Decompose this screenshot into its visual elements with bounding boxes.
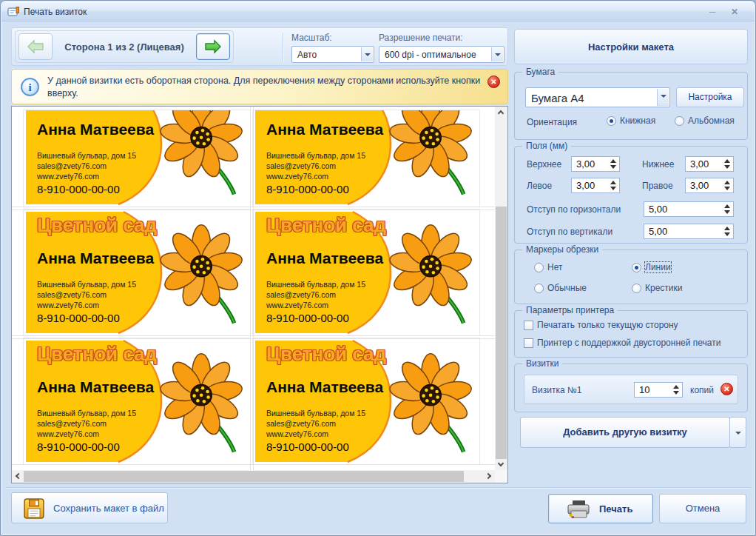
radio-crop-none[interactable]: Нет	[534, 262, 562, 272]
scroll-left-icon[interactable]	[12, 470, 23, 483]
spin-up-icon[interactable]	[610, 159, 616, 163]
spin-down-icon[interactable]	[724, 210, 730, 214]
card-contacts: Вишневый бульвар, дом 15 sales@zvety76.c…	[37, 150, 136, 181]
v-spacing-input[interactable]	[644, 224, 721, 238]
flower-icon	[160, 223, 246, 328]
margins-group: Поля (мм) Верхнее Нижнее Левое Правое От…	[514, 146, 748, 244]
settings-panel: Настройки макета Бумага Бумага A4 Настро…	[513, 27, 751, 483]
radio-icon	[607, 116, 616, 126]
cut-mark-line	[250, 107, 251, 470]
margin-left-input[interactable]	[572, 178, 607, 192]
card-person-name: Анна Матвеева	[37, 249, 154, 267]
cancel-button[interactable]: Отмена	[659, 494, 746, 523]
paper-setup-button[interactable]: Настройка	[676, 87, 744, 107]
vertical-scroll-thumb[interactable]	[496, 207, 507, 459]
checkbox-current-side-label: Печатать только текущую сторону	[537, 320, 678, 330]
spin-up-icon[interactable]	[724, 181, 730, 184]
radio-portrait-label: Книжная	[620, 115, 655, 126]
copies-spinner[interactable]	[634, 382, 683, 398]
spin-down-icon[interactable]	[610, 187, 616, 190]
radio-crop-regular[interactable]: Обычные	[534, 283, 587, 293]
printer-icon	[567, 500, 590, 519]
settings-header: Настройки макета	[514, 29, 748, 64]
card-website: www.zvety76.com	[37, 171, 136, 181]
horizontal-scrollbar[interactable]	[12, 470, 495, 483]
paper-select[interactable]: Бумага A4	[525, 87, 670, 107]
margin-bottom-label: Нижнее	[642, 159, 674, 170]
card-contacts: Вишневый бульвар, дом 15 sales@zvety76.c…	[266, 279, 365, 310]
save-layout-button[interactable]: Сохранить макет в файл	[11, 492, 168, 523]
card-person-name: Анна Матвеева	[266, 249, 383, 267]
close-button[interactable]: ✕	[726, 5, 743, 19]
copies-input[interactable]	[635, 383, 670, 397]
margin-top-input[interactable]	[572, 157, 607, 171]
card-cell: Цветной сад Анна Матвеева Вишневый бульв…	[24, 210, 250, 335]
chevron-down-icon[interactable]	[657, 89, 669, 106]
checkbox-current-side-only[interactable]: Печатать только текущую сторону	[524, 320, 678, 330]
spin-up-icon[interactable]	[610, 181, 616, 184]
h-spacing-spinner[interactable]	[644, 201, 734, 217]
radio-landscape-label: Альбомная	[688, 115, 735, 126]
spin-down-icon[interactable]	[610, 165, 616, 169]
radio-landscape[interactable]: Альбомная	[675, 115, 735, 126]
save-layout-label: Сохранить макет в файл	[53, 503, 164, 514]
h-spacing-input[interactable]	[644, 202, 721, 216]
checkbox-duplex[interactable]: Принтер с поддержкой двусторонней печати	[524, 338, 720, 348]
radio-crop-crosses[interactable]: Крестики	[632, 283, 683, 293]
vertical-scrollbar[interactable]	[495, 107, 507, 470]
margin-top-label: Верхнее	[527, 159, 561, 170]
resolution-select[interactable]: 600 dpi - оптимальное	[379, 46, 504, 63]
spin-up-icon[interactable]	[724, 159, 730, 163]
delete-card-icon[interactable]: ✕	[720, 383, 733, 395]
resolution-value: 600 dpi - оптимальное	[385, 50, 476, 60]
spin-down-icon[interactable]	[724, 187, 730, 190]
card-cell: Цветной сад Анна Матвеева Вишневый бульв…	[253, 110, 479, 207]
scroll-up-icon[interactable]	[495, 107, 507, 118]
h-spacing-label: Отступ по горизонтали	[527, 204, 621, 215]
scale-label: Масштаб:	[291, 33, 332, 43]
radio-crop-lines[interactable]: Линии	[632, 262, 671, 272]
margin-right-spinner[interactable]	[685, 178, 734, 193]
window: Печать визиток ─ ✕ Сторона 1 из 2 (Лицев…	[0, 0, 756, 536]
card-contacts: Вишневый бульвар, дом 15 sales@zvety76.c…	[266, 150, 365, 181]
banner-close-icon[interactable]: ✕	[487, 76, 500, 88]
print-button[interactable]: Печать	[548, 494, 653, 523]
margin-bottom-spinner[interactable]	[685, 156, 734, 172]
radio-crop-crosses-label: Крестики	[645, 283, 683, 293]
paper-legend: Бумага	[522, 67, 558, 77]
margin-top-spinner[interactable]	[571, 156, 620, 172]
minimize-button[interactable]: ─	[704, 5, 720, 19]
scrollbar-corner	[495, 470, 507, 483]
app-icon	[7, 5, 21, 19]
spin-up-icon[interactable]	[724, 204, 730, 208]
spin-down-icon[interactable]	[724, 165, 730, 169]
spin-down-icon[interactable]	[724, 232, 730, 236]
card-phone: 8-910-000-00-00	[266, 183, 349, 195]
horizontal-scroll-thumb[interactable]	[24, 471, 464, 482]
scroll-down-icon[interactable]	[495, 459, 507, 470]
chevron-down-icon[interactable]	[361, 47, 373, 61]
spin-up-icon[interactable]	[673, 385, 679, 389]
scroll-right-icon[interactable]	[484, 470, 495, 483]
scale-select[interactable]: Авто	[291, 46, 374, 63]
add-card-button[interactable]: Добавить другую визитку	[520, 417, 730, 448]
radio-portrait[interactable]: Книжная	[607, 115, 655, 126]
margin-bottom-input[interactable]	[686, 157, 721, 171]
chevron-down-icon[interactable]	[491, 47, 503, 61]
spin-down-icon[interactable]	[673, 391, 679, 395]
radio-icon	[632, 284, 641, 293]
card-address: Вишневый бульвар, дом 15	[266, 150, 365, 161]
previous-side-button[interactable]	[18, 33, 53, 60]
card-phone: 8-910-000-00-00	[266, 312, 349, 324]
next-side-button[interactable]	[196, 33, 230, 60]
paper-value: Бумага A4	[531, 92, 584, 104]
spin-up-icon[interactable]	[724, 227, 730, 230]
margin-left-spinner[interactable]	[571, 178, 620, 193]
card-item-name: Визитка №1	[532, 385, 581, 395]
v-spacing-spinner[interactable]	[644, 224, 734, 239]
title-bar: Печать визиток ─ ✕	[1, 1, 755, 21]
margin-right-input[interactable]	[686, 178, 721, 192]
paper-group: Бумага Бумага A4 Настройка Ориентация Кн…	[514, 72, 748, 140]
add-card-dropdown-button[interactable]	[729, 417, 746, 448]
card-address: Вишневый бульвар, дом 15	[266, 408, 365, 418]
